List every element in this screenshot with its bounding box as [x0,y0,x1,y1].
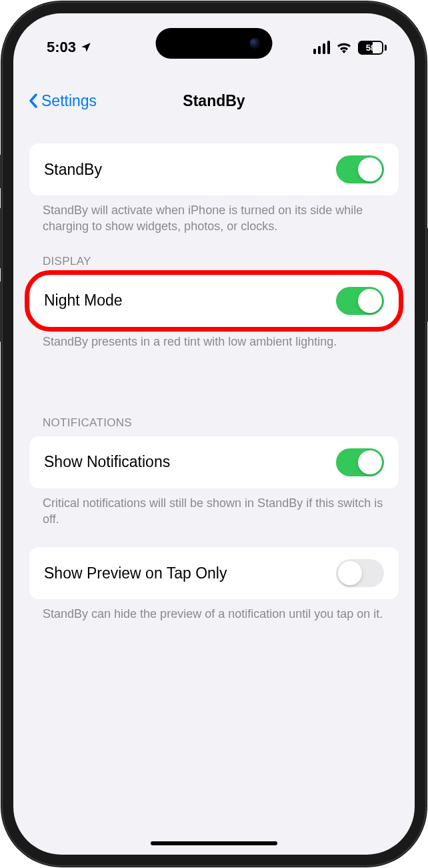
show-preview-row[interactable]: Show Preview on Tap Only [29,547,399,599]
status-time: 5:03 [47,39,76,56]
display-group: DISPLAY Night Mode StandBy presents in a… [29,255,399,350]
display-header: DISPLAY [29,255,399,275]
front-camera [250,38,261,49]
nav-bar: Settings StandBy [13,80,415,121]
standby-group: StandBy StandBy will activate when iPhon… [29,143,399,235]
show-preview-footer: StandBy can hide the preview of a notifi… [29,599,399,622]
volume-up-button [0,208,2,268]
phone-frame: 5:03 58 Settings StandBy [1,1,427,867]
cellular-signal-icon [313,41,331,54]
show-notifications-footer: Critical notifications will still be sho… [29,488,399,528]
battery-percent: 58 [366,43,375,53]
screen: 5:03 58 Settings StandBy [13,13,415,855]
preview-group: Show Preview on Tap Only StandBy can hid… [29,547,399,622]
night-mode-row[interactable]: Night Mode [29,275,399,327]
settings-content: StandBy StandBy will activate when iPhon… [13,130,415,855]
show-preview-toggle[interactable] [336,559,384,587]
notifications-header: NOTIFICATIONS [29,416,399,436]
show-notifications-row[interactable]: Show Notifications [29,436,399,488]
show-preview-label: Show Preview on Tap Only [44,564,227,582]
show-notifications-toggle[interactable] [336,448,384,476]
night-mode-label: Night Mode [44,292,123,310]
silent-switch [0,155,2,188]
page-title: StandBy [183,92,245,110]
standby-row[interactable]: StandBy [29,143,399,195]
standby-footer: StandBy will activate when iPhone is tur… [29,195,399,235]
show-notifications-label: Show Notifications [44,453,170,471]
standby-label: StandBy [44,161,102,179]
standby-toggle[interactable] [336,155,384,183]
battery-indicator: 58 [358,41,387,55]
chevron-left-icon [28,93,39,109]
night-mode-footer: StandBy presents in a red tint with low … [29,327,399,350]
night-mode-toggle[interactable] [336,287,384,315]
dynamic-island [156,28,273,59]
home-indicator[interactable] [151,841,277,845]
wifi-icon [336,41,352,53]
notifications-group: NOTIFICATIONS Show Notifications Critica… [29,416,399,528]
back-label: Settings [41,92,97,110]
back-button[interactable]: Settings [28,92,97,110]
volume-down-button [0,282,2,342]
location-icon [80,41,92,53]
